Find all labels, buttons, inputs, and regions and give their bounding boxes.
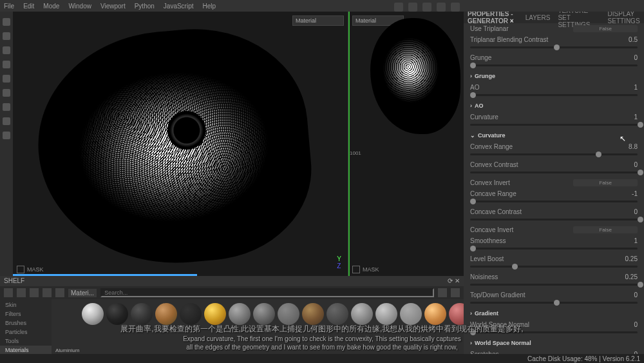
tab-layers[interactable]: LAYERS (522, 14, 554, 21)
material-ball[interactable] (229, 303, 251, 325)
prop-level-boost: Level Boost0.25 (464, 253, 644, 264)
material-ball[interactable] (351, 303, 373, 325)
slider[interactable] (470, 46, 638, 48)
subtitle-cn: 展开曲率,我要检查的第一个是凸性,此设置基本上捕捉几何图形中的所有边缘,我想从我… (32, 324, 612, 335)
material-ball[interactable] (424, 303, 446, 325)
grid-view-icon[interactable] (438, 288, 447, 297)
prop-noisiness: Noisiness0.25 (464, 271, 644, 282)
slider[interactable] (470, 201, 638, 202)
material-dropdown[interactable]: Material (292, 15, 344, 26)
pause-icon[interactable] (394, 3, 403, 12)
status-right: Cache Disk Usage: 48% | Version 6.2.1 (527, 355, 640, 362)
tool-icon[interactable] (408, 3, 417, 12)
shelf-header: SHELF ⟳ ✕ (0, 276, 464, 286)
camera-icon[interactable] (451, 3, 460, 12)
properties-panel: PROPERTIES - GENERATOR × LAYERS TEXTURE … (464, 12, 644, 363)
filter-icon[interactable] (55, 288, 64, 297)
material-ball[interactable] (106, 303, 128, 325)
material-ball[interactable] (449, 303, 464, 325)
shelf-controls[interactable]: ⟳ ✕ (448, 277, 460, 285)
menu-mode[interactable]: Mode (43, 3, 59, 10)
slider[interactable] (470, 219, 638, 221)
prop-convex-range: Convex Range8.8 (464, 141, 644, 152)
mask-label: MASK (17, 266, 44, 273)
material-ball[interactable] (253, 303, 275, 325)
slider[interactable] (470, 94, 638, 96)
toggle-button[interactable]: False (573, 226, 638, 233)
section-gradient[interactable]: Gradient (464, 308, 644, 319)
toggle-button[interactable]: False (573, 179, 638, 186)
slider[interactable] (470, 302, 638, 304)
menu-window[interactable]: Window (68, 3, 91, 10)
menu-viewport[interactable]: Viewport (100, 3, 126, 10)
prop-concave-contrast: Concave Contrast0 (464, 206, 644, 217)
material-ball[interactable] (278, 303, 299, 325)
prop-convex-invert: Convex InvertFalse (464, 177, 644, 188)
shelf-toolbar: Materi... (0, 286, 464, 299)
tool-icon[interactable] (3, 46, 10, 54)
slider[interactable] (470, 266, 638, 268)
tool-icon[interactable] (422, 3, 431, 12)
shelf-filter-chip[interactable]: Materi... (68, 289, 97, 297)
menu-help[interactable]: Help (203, 3, 216, 10)
tab-display[interactable]: DISPLAY SETTINGS (604, 12, 644, 25)
tool-icon[interactable] (437, 3, 446, 12)
menu-edit[interactable]: Edit (23, 3, 34, 10)
material-ball[interactable] (82, 303, 104, 325)
shelf-title: SHELF (4, 277, 24, 285)
slider[interactable] (470, 64, 638, 66)
section-ao[interactable]: AO (464, 100, 644, 112)
slider[interactable] (470, 248, 638, 250)
video-subtitle: 展开曲率,我要检查的第一个是凸性,此设置基本上捕捉几何图形中的所有边缘,我想从我… (32, 324, 612, 351)
section-grunge[interactable]: Grunge (464, 70, 644, 82)
shelf-cat-skin[interactable]: Skin (0, 300, 52, 309)
uv-border (348, 12, 350, 276)
prop-top-down-gradient: Top/Down Gradient0 (464, 289, 644, 300)
mesh-preview-2d (370, 18, 460, 134)
tool-icon[interactable] (3, 75, 10, 83)
slider[interactable] (470, 284, 638, 286)
prop-ao: AO1 (464, 82, 644, 93)
viewport-3d[interactable]: Material YZ MASK (13, 12, 348, 276)
menubar: FileEditModeWindowViewportPythonJavaScri… (0, 0, 644, 12)
prop-triplanar-blending-contrast: Triplanar Blending Contrast0.5 (464, 34, 644, 45)
list-view-icon[interactable] (451, 288, 460, 297)
material-ball[interactable] (204, 303, 226, 325)
left-toolbar (0, 12, 13, 276)
slider[interactable] (470, 172, 638, 173)
shelf-search-input[interactable] (100, 288, 434, 297)
material-ball[interactable] (180, 303, 202, 325)
shelf-tool-icon[interactable] (30, 288, 39, 297)
menu-javascript[interactable]: JavaScript (164, 3, 194, 10)
material-ball[interactable] (302, 303, 324, 325)
tool-icon[interactable] (3, 61, 10, 68)
toggle-button[interactable]: False (573, 25, 638, 32)
shelf-tool-icon[interactable] (4, 288, 13, 297)
section-curvature[interactable]: Curvature (464, 130, 644, 141)
tool-icon[interactable] (3, 18, 10, 26)
material-ball[interactable] (155, 303, 177, 325)
material-ball[interactable] (375, 303, 397, 325)
prop-concave-invert: Concave InvertFalse (464, 224, 644, 235)
material-ball[interactable] (131, 303, 153, 325)
tool-icon[interactable] (3, 117, 10, 125)
slider[interactable] (470, 124, 638, 126)
material-ball[interactable] (400, 303, 422, 325)
tool-icon[interactable] (3, 132, 10, 139)
tool-icon[interactable] (3, 103, 10, 111)
slider[interactable] (470, 153, 638, 155)
tool-icon[interactable] (3, 89, 10, 97)
shelf-cat-filters[interactable]: Filters (0, 309, 52, 319)
udim-label: 1001 (350, 150, 361, 156)
menu-file[interactable]: File (4, 3, 14, 10)
statusbar: Cache Disk Usage: 48% | Version 6.2.1 (0, 354, 644, 363)
menu-python[interactable]: Python (135, 3, 155, 10)
viewport-2d[interactable]: Material 1001 MASK (348, 12, 464, 276)
material-ball[interactable] (327, 303, 348, 325)
shelf-tool-icon[interactable] (17, 288, 26, 297)
tab-properties[interactable]: PROPERTIES - GENERATOR × (464, 12, 522, 25)
tool-icon[interactable] (3, 32, 10, 40)
prop-grunge: Grunge0 (464, 52, 644, 63)
shelf-tool-icon[interactable] (43, 288, 52, 297)
prop-smoothness: Smoothness1 (464, 235, 644, 246)
